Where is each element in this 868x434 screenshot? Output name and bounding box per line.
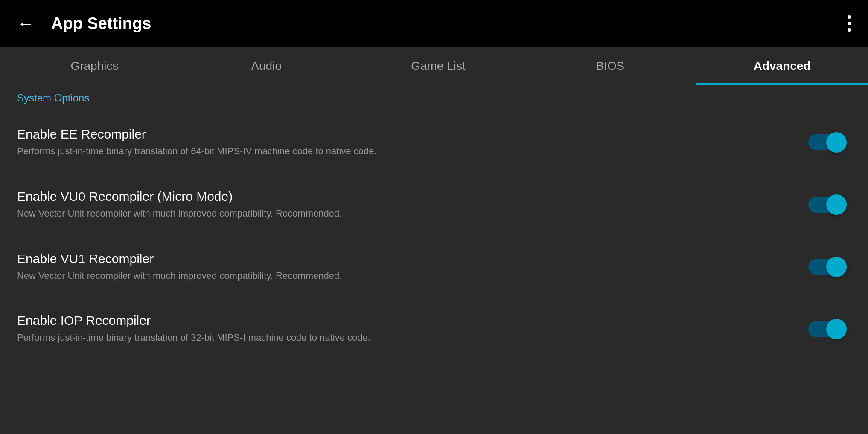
toggle-vu0-recompiler-thumb xyxy=(826,194,847,215)
toggle-iop-recompiler[interactable] xyxy=(808,319,847,339)
setting-vu0-recompiler-title: Enable VU0 Recompiler (Micro Mode) xyxy=(17,189,783,204)
setting-iop-recompiler-title: Enable IOP Recompiler xyxy=(17,313,783,328)
toggle-vu0-recompiler[interactable] xyxy=(808,194,847,215)
back-button[interactable]: ← xyxy=(17,14,34,33)
setting-iop-recompiler-text: Enable IOP Recompiler Performs just-in-t… xyxy=(17,313,808,344)
more-dot-2 xyxy=(848,22,851,25)
toggle-ee-recompiler[interactable] xyxy=(808,132,847,153)
toggle-vu1-recompiler[interactable] xyxy=(808,257,847,277)
setting-vu0-recompiler-text: Enable VU0 Recompiler (Micro Mode) New V… xyxy=(17,189,808,220)
toggle-iop-recompiler-thumb xyxy=(826,319,847,339)
setting-vu1-recompiler-description: New Vector Unit recompiler with much imp… xyxy=(17,269,783,283)
toggle-ee-recompiler-thumb xyxy=(826,132,847,153)
app-bar-title: App Settings xyxy=(51,14,151,33)
setting-iop-recompiler: Enable IOP Recompiler Performs just-in-t… xyxy=(0,298,868,360)
setting-ee-recompiler-title: Enable EE Recompiler xyxy=(17,127,783,142)
setting-ee-recompiler-text: Enable EE Recompiler Performs just-in-ti… xyxy=(17,127,808,158)
setting-iop-recompiler-description: Performs just-in-time binary translation… xyxy=(17,331,783,344)
section-header: System Options xyxy=(0,85,868,107)
settings-list: Enable EE Recompiler Performs just-in-ti… xyxy=(0,107,868,365)
setting-vu1-recompiler: Enable VU1 Recompiler New Vector Unit re… xyxy=(0,236,868,298)
setting-vu1-recompiler-title: Enable VU1 Recompiler xyxy=(17,252,783,266)
setting-ee-recompiler-description: Performs just-in-time binary translation… xyxy=(17,145,783,158)
setting-vu0-recompiler: Enable VU0 Recompiler (Micro Mode) New V… xyxy=(0,174,868,236)
more-dot-1 xyxy=(848,15,851,19)
setting-ee-recompiler: Enable EE Recompiler Performs just-in-ti… xyxy=(0,112,868,174)
setting-vu1-recompiler-text: Enable VU1 Recompiler New Vector Unit re… xyxy=(17,252,808,283)
tab-bar: Graphics Audio Game List BIOS Advanced xyxy=(0,47,868,85)
more-options-button[interactable] xyxy=(848,15,851,32)
tab-bios[interactable]: BIOS xyxy=(524,47,696,85)
more-dot-3 xyxy=(848,28,851,32)
tab-advanced[interactable]: Advanced xyxy=(696,47,868,85)
app-bar: ← App Settings xyxy=(0,0,868,47)
toggle-vu1-recompiler-thumb xyxy=(826,257,847,277)
tab-audio[interactable]: Audio xyxy=(181,47,352,85)
setting-vu0-recompiler-description: New Vector Unit recompiler with much imp… xyxy=(17,207,783,220)
tab-graphics[interactable]: Graphics xyxy=(0,47,181,85)
tab-game-list[interactable]: Game List xyxy=(352,47,524,85)
app-bar-left: ← App Settings xyxy=(17,14,151,33)
